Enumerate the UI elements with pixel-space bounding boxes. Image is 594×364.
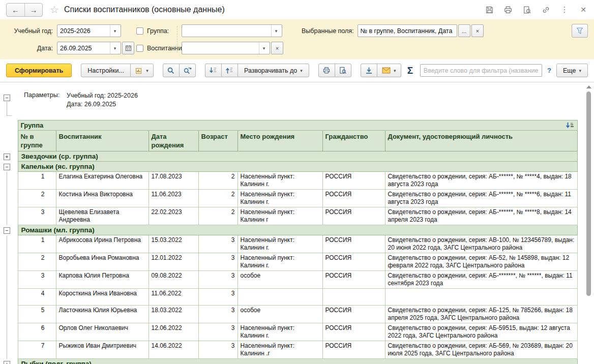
cell[interactable]: 17.08.2023 — [148, 172, 198, 190]
fields-input[interactable] — [358, 25, 456, 37]
cell[interactable]: Населенный пункт: Калинин г — [237, 207, 322, 225]
preview-button[interactable] — [335, 64, 351, 77]
cell[interactable]: Свидетельство о рождении, серия: АБ-125,… — [385, 306, 577, 323]
cell[interactable]: РОССИЯ — [322, 271, 385, 289]
cell[interactable]: РОССИЯ — [322, 323, 385, 341]
column-header-cell[interactable]: Гражданство — [322, 131, 385, 151]
cell[interactable]: 5 — [18, 306, 56, 323]
cell[interactable]: 12.01.2022 — [148, 253, 198, 271]
cell[interactable]: Населенный пункт: Калинин г. — [237, 253, 322, 271]
pupil-clear-button[interactable]: × — [271, 42, 283, 54]
cell[interactable]: Костина Инна Викторовна — [56, 190, 148, 207]
collapse-all-button[interactable] — [221, 64, 238, 77]
back-button[interactable]: ← — [7, 4, 24, 16]
cell[interactable]: 15.03.2022 — [148, 235, 198, 253]
print-preview-icon[interactable] — [522, 5, 531, 14]
column-header-cell[interactable]: Документ, удостоверяющий личность — [385, 131, 577, 151]
cell[interactable]: Населенный пункт: Калинин г. — [237, 172, 322, 190]
cell[interactable]: Свидетельство о рождении, серия: АБ-569,… — [385, 341, 577, 359]
cell[interactable]: 1 — [18, 172, 56, 190]
cell[interactable]: 3 — [198, 306, 237, 323]
cell[interactable]: 22.02.2023 — [148, 207, 198, 225]
cell[interactable]: РОССИЯ — [322, 253, 385, 271]
cell[interactable]: 14.06.2022 — [148, 341, 198, 359]
print-icon[interactable] — [503, 5, 513, 14]
column-header-cell[interactable]: Дата рождения — [148, 131, 198, 151]
cell[interactable]: 2 — [198, 190, 237, 207]
cell[interactable]: 2 — [18, 253, 56, 271]
cell[interactable]: Населенный пункт: Калинин г. — [237, 190, 322, 207]
cell[interactable] — [237, 289, 322, 306]
cell[interactable]: 7 — [18, 341, 56, 359]
cell[interactable]: Орлов Олег Николаевич — [56, 323, 148, 341]
scroll-up-arrow-icon[interactable] — [586, 85, 591, 88]
report-expander-icon[interactable]: − — [4, 95, 10, 101]
cell[interactable] — [322, 289, 385, 306]
generate-button[interactable]: Сформировать — [6, 64, 72, 77]
quick-filter-input[interactable] — [420, 64, 542, 77]
cell[interactable]: Коросткина Инна Ивановна — [56, 289, 148, 306]
save-icon[interactable] — [485, 5, 494, 14]
cell[interactable]: особое — [237, 271, 322, 289]
cell[interactable]: 2 — [198, 172, 237, 190]
cell[interactable]: Свидетельство о рождении, серия: АБ-****… — [385, 271, 577, 289]
cell[interactable]: Щевелева Елизавета Андреевна — [56, 207, 148, 225]
pupil-checkbox[interactable] — [136, 45, 143, 52]
group-band-cell[interactable]: Группа — [18, 120, 577, 131]
cell[interactable]: РОССИЯ — [322, 235, 385, 253]
cell[interactable]: 2 — [18, 190, 56, 207]
cell[interactable]: РОССИЯ — [322, 190, 385, 207]
cell[interactable]: 3 — [198, 235, 237, 253]
cell[interactable]: 6 — [18, 323, 56, 341]
pupil-input[interactable] — [182, 42, 259, 54]
cell[interactable]: 11.06.2023 — [148, 190, 198, 207]
cell[interactable]: Свидетельство о рождении, серия: АБ-****… — [385, 172, 577, 190]
cell[interactable]: Населенный пункт: Калинин г. — [237, 323, 322, 341]
cell[interactable]: РОССИЯ — [322, 172, 385, 190]
save-result-button[interactable] — [361, 64, 377, 77]
cell[interactable] — [385, 289, 577, 306]
cell[interactable]: Абрикосова Ирина Петровна — [56, 235, 148, 253]
autosum-icon[interactable]: Σ — [407, 65, 413, 76]
group-checkbox[interactable] — [136, 27, 143, 35]
cell[interactable]: 11.06.2022 — [148, 289, 198, 306]
cell[interactable]: 12.06.2022 — [148, 323, 198, 341]
cell[interactable]: РОССИЯ — [322, 207, 385, 225]
fields-more-button[interactable]: ... — [458, 24, 470, 37]
column-header-cell[interactable]: Место рождения — [237, 131, 322, 151]
link-icon[interactable] — [541, 5, 550, 14]
cell[interactable]: Свидетельство о рождении, серия: АБ-****… — [385, 190, 577, 207]
group-dropdown-icon[interactable]: ▾ — [271, 25, 281, 37]
cell[interactable]: Населенный пункт: Калинин .г — [237, 341, 322, 359]
scrollbar-thumb[interactable] — [586, 92, 591, 296]
year-input[interactable] — [57, 25, 110, 37]
cell[interactable]: Карпова Юлия Петровна — [56, 271, 148, 289]
group-name-cell[interactable]: Рыбки (подг. группа) — [18, 359, 577, 364]
collapse-group-icon[interactable]: − — [4, 164, 10, 170]
column-header-cell[interactable]: Возраст — [198, 131, 237, 151]
pupil-dropdown-icon[interactable]: ▾ — [259, 42, 269, 54]
fields-clear-button[interactable]: × — [471, 24, 484, 37]
report-variants-button[interactable]: ▾ — [130, 64, 154, 77]
sort-descending-icon[interactable] — [566, 122, 574, 129]
search-next-button[interactable] — [179, 64, 196, 77]
more-button[interactable]: Еще ▾ — [556, 64, 588, 77]
cell[interactable]: Населенный пункт: Калинин г. — [237, 235, 322, 253]
expand-to-button[interactable]: Разворачивать до ▾ — [237, 64, 309, 77]
cell[interactable]: Свидетельство о рождении, серия: АБ-5951… — [385, 323, 577, 341]
column-header-cell[interactable]: № в группе — [18, 131, 56, 151]
vertical-scrollbar[interactable] — [586, 84, 591, 362]
group-input[interactable] — [182, 25, 271, 37]
date-input[interactable] — [57, 42, 110, 54]
cell[interactable]: 3 — [18, 207, 56, 225]
cell[interactable]: 18.03.2022 — [148, 306, 198, 323]
cell[interactable]: 3 — [198, 271, 237, 289]
forward-button[interactable]: → — [24, 4, 42, 16]
cell[interactable]: 3 — [198, 341, 237, 359]
send-mail-button[interactable]: ▾ — [377, 64, 401, 77]
year-dropdown-icon[interactable]: ▾ — [110, 25, 120, 37]
cell[interactable]: 09.08.2022 — [148, 271, 198, 289]
cell[interactable]: 3 — [18, 271, 56, 289]
cell[interactable]: 3 — [198, 253, 237, 271]
expand-group-icon[interactable]: + — [4, 154, 10, 160]
